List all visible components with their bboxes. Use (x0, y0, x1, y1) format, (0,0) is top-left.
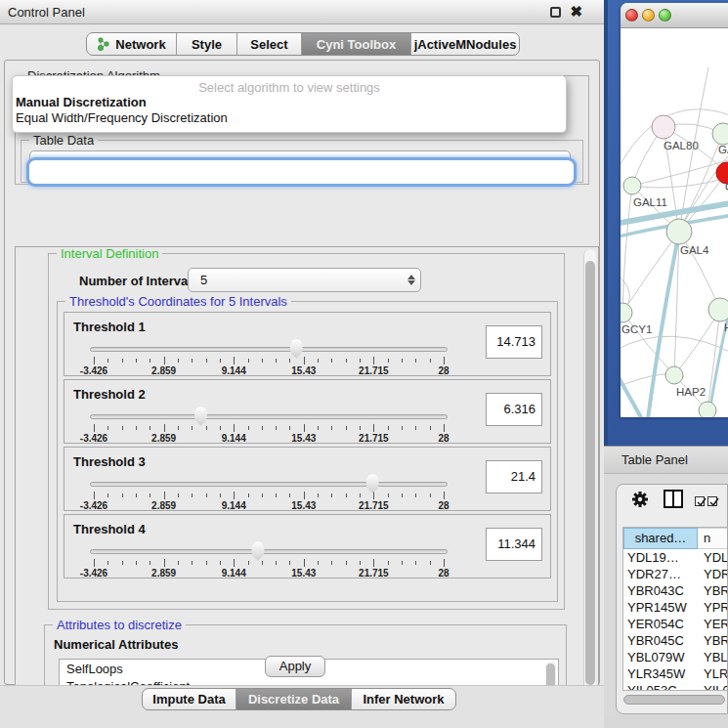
table-row[interactable]: YIL053C YIL0 (623, 682, 728, 691)
cell-shared-name[interactable]: YBL079W (623, 649, 698, 665)
node-gal80[interactable] (652, 115, 675, 139)
node-gal4[interactable] (666, 219, 692, 244)
table-row[interactable]: YDR27… YDR2 (623, 566, 728, 582)
node-gcy1[interactable] (621, 303, 632, 322)
slider-thumb[interactable] (193, 407, 208, 426)
node-bottom-partial[interactable] (699, 402, 716, 417)
slider-track[interactable] (90, 347, 448, 352)
apply-button[interactable]: Apply (265, 656, 325, 677)
settings-scrollbar-thumb[interactable] (585, 261, 595, 685)
cell-name[interactable]: YBL0 (698, 649, 728, 665)
cell-shared-name[interactable]: YPR145W (623, 599, 698, 616)
cell-shared-name[interactable]: YLR345W (623, 665, 698, 682)
node-gal-partial[interactable] (712, 123, 728, 145)
network-view[interactable]: GAL80 GAL C GAL11 GAL4 GCY1 H HAP2 (621, 28, 728, 417)
float-window-icon[interactable] (550, 7, 561, 18)
tab-infer-network[interactable]: Infer Network (352, 689, 455, 709)
table-hscrollbar-thumb[interactable] (623, 695, 725, 705)
threshold-slider[interactable]: -3.4262.8599.14415.4321.71528 (90, 475, 448, 508)
slider-tick-label: 21.715 (359, 568, 389, 578)
slider-tick (234, 357, 235, 364)
slider-tick (304, 357, 305, 364)
cell-name[interactable]: YPR1 (698, 599, 728, 616)
slider-track[interactable] (90, 482, 448, 487)
cell-name[interactable]: YBR0 (698, 632, 728, 649)
threshold-value-field[interactable]: 14.713 (486, 325, 542, 359)
slider-tick (206, 359, 207, 363)
table-row[interactable]: YBL079W YBL0 (623, 649, 728, 665)
slider-tick (388, 561, 389, 565)
threshold-slider[interactable]: -3.4262.8599.14415.4321.71528 (90, 542, 448, 576)
slider-tick (304, 492, 305, 499)
menu-item-equal-width-frequency[interactable]: Equal Width/Frequency Discretization (13, 109, 566, 125)
tab-impute-data[interactable]: Impute Data (143, 689, 236, 709)
close-traffic-light[interactable] (625, 9, 638, 21)
node-h-partial[interactable] (708, 298, 728, 321)
table-row[interactable]: YER054C YER0 (623, 616, 728, 632)
slider-thumb[interactable] (250, 541, 266, 561)
network-window: GAL80 GAL C GAL11 GAL4 GCY1 H HAP2 (621, 3, 728, 417)
node-hap2[interactable] (665, 366, 683, 384)
cell-name[interactable]: YER0 (698, 616, 728, 632)
combobox-stepper-icon (403, 275, 420, 285)
close-icon[interactable]: ✖ (570, 3, 582, 21)
tab-discretize-data[interactable]: Discretize Data (236, 689, 352, 709)
threshold-slider[interactable]: -3.4262.8599.14415.4321.71528 (90, 340, 448, 373)
tab-style[interactable]: Style (177, 33, 237, 55)
tab-select[interactable]: Select (237, 33, 302, 55)
slider-tick (107, 359, 108, 363)
column-header-name[interactable]: n (698, 528, 728, 549)
slider-tick-label: 21.715 (359, 433, 389, 444)
threshold-slider[interactable]: -3.4262.8599.14415.4321.71528 (90, 407, 448, 441)
table-row[interactable]: YDL19… YDL1 (623, 549, 728, 566)
slider-tick (164, 357, 165, 364)
threshold-value-field[interactable]: 11.344 (486, 528, 542, 561)
column-header-shared-name[interactable]: shared… (623, 528, 698, 549)
algorithm-combobox[interactable] (26, 157, 577, 187)
threshold-value-field[interactable]: 6.316 (486, 393, 542, 426)
tab-jactivemnodules[interactable]: jActiveMNodules (411, 33, 519, 55)
table-row[interactable]: YBR045C YBR0 (623, 632, 728, 649)
checkbox-icon-2[interactable] (707, 496, 717, 506)
menu-item-manual-discretization[interactable]: Manual Discretization (13, 94, 566, 109)
cell-shared-name[interactable]: YDL19… (623, 549, 698, 566)
minimize-traffic-light[interactable] (642, 9, 655, 21)
cell-shared-name[interactable]: YER054C (623, 616, 698, 632)
table-row[interactable]: YPR145W YPR1 (623, 599, 728, 616)
node-gal11[interactable] (623, 177, 641, 194)
threshold-value-field[interactable]: 21.4 (486, 460, 542, 493)
zoom-traffic-light[interactable] (659, 9, 671, 21)
cell-name[interactable]: YIL0 (698, 682, 728, 691)
slider-tick-label: 15.43 (291, 500, 316, 511)
slider-tick (220, 426, 221, 430)
cell-name[interactable]: YLR3 (698, 665, 728, 682)
columns-icon[interactable] (664, 490, 683, 508)
slider-thumb[interactable] (288, 339, 304, 359)
cell-shared-name[interactable]: YDR27… (623, 566, 698, 582)
tab-cyni-toolbox[interactable]: Cyni Toolbox (302, 33, 411, 55)
tab-network[interactable]: Network (87, 33, 177, 55)
slider-tick (430, 493, 431, 497)
checkbox-icon-1[interactable] (695, 496, 705, 506)
slider-tick (360, 561, 361, 565)
slider-tick (444, 357, 445, 364)
gear-icon[interactable] (631, 491, 649, 508)
slider-tick (289, 561, 290, 565)
cell-shared-name[interactable]: YIL053C (623, 682, 698, 691)
cell-shared-name[interactable]: YBR045C (623, 632, 698, 649)
cell-name[interactable]: YDR2 (698, 566, 728, 582)
slider-tick (304, 559, 305, 567)
thresholds-group: Threshold's Coordinates for 5 Intervals … (57, 301, 558, 602)
cell-name[interactable]: YBR0 (698, 582, 728, 599)
number-of-intervals-combobox[interactable]: 5 (188, 268, 421, 292)
slider-tick (388, 493, 389, 497)
table-row[interactable]: YBR043C YBR0 (623, 582, 728, 599)
cell-shared-name[interactable]: YBR043C (623, 582, 698, 599)
slider-track[interactable] (90, 549, 448, 554)
table-row[interactable]: YLR345W YLR3 (623, 665, 728, 682)
cell-name[interactable]: YDL1 (698, 549, 728, 566)
slider-tick (248, 561, 249, 565)
slider-track[interactable] (90, 414, 448, 419)
slider-thumb[interactable] (364, 474, 380, 493)
slider-tick (318, 359, 319, 363)
